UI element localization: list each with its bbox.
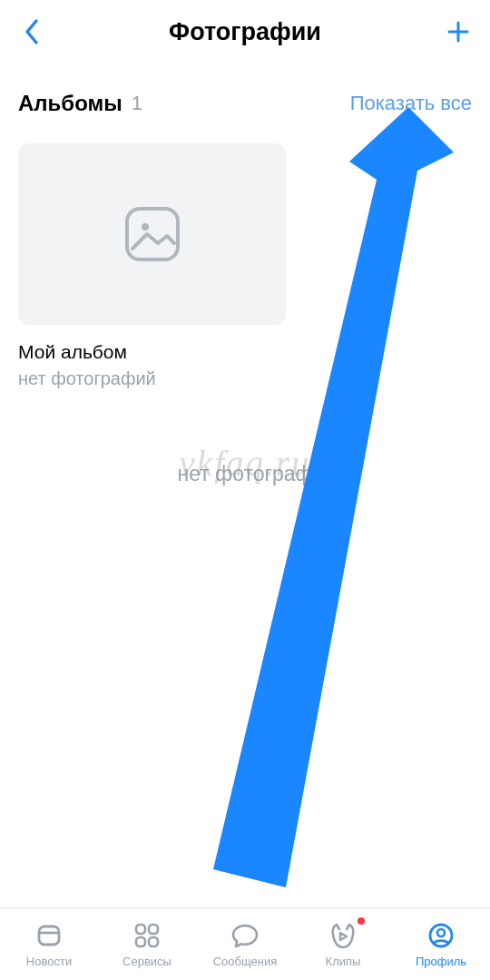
chevron-left-icon bbox=[24, 18, 40, 45]
image-placeholder-icon bbox=[120, 201, 185, 267]
album-name: Мой альбом bbox=[18, 341, 472, 363]
clips-icon bbox=[328, 920, 358, 951]
add-button[interactable] bbox=[445, 18, 472, 45]
messages-icon bbox=[230, 920, 260, 951]
tab-news[interactable]: Новости bbox=[0, 908, 98, 980]
page-title: Фотографии bbox=[169, 18, 321, 46]
back-button[interactable] bbox=[18, 18, 45, 45]
svg-rect-6 bbox=[136, 937, 145, 946]
svg-rect-4 bbox=[136, 925, 145, 934]
svg-point-1 bbox=[142, 223, 149, 230]
empty-state-text: нет фотограф bbox=[0, 462, 490, 486]
tab-label: Новости bbox=[26, 955, 72, 968]
tab-profile[interactable]: Профиль bbox=[392, 908, 490, 980]
svg-rect-5 bbox=[149, 925, 158, 934]
empty-state: нет фотограф bbox=[0, 462, 490, 486]
svg-rect-3 bbox=[39, 926, 59, 945]
tab-clips[interactable]: Клипы bbox=[294, 908, 392, 980]
tab-label: Сервисы bbox=[122, 955, 172, 968]
svg-point-9 bbox=[437, 929, 445, 936]
album-grid: Мой альбом нет фотографий bbox=[0, 125, 490, 407]
header: Фотографии bbox=[0, 0, 490, 64]
notification-dot bbox=[358, 917, 365, 925]
albums-section-header: Альбомы 1 Показать все bbox=[0, 64, 490, 125]
tab-label: Клипы bbox=[326, 955, 361, 968]
news-icon bbox=[34, 920, 64, 951]
tab-services[interactable]: Сервисы bbox=[98, 908, 196, 980]
profile-icon bbox=[426, 920, 456, 951]
album-thumbnail[interactable] bbox=[18, 143, 286, 325]
albums-count: 1 bbox=[132, 92, 142, 115]
album-meta: нет фотографий bbox=[18, 368, 472, 389]
tabbar: Новости Сервисы Сообщения bbox=[0, 907, 490, 980]
services-icon bbox=[132, 920, 162, 951]
svg-rect-0 bbox=[127, 209, 178, 260]
albums-title: Альбомы bbox=[18, 91, 122, 116]
svg-rect-7 bbox=[149, 937, 158, 946]
tab-label: Профиль bbox=[416, 955, 466, 968]
tab-label: Сообщения bbox=[213, 955, 278, 968]
plus-icon bbox=[446, 19, 471, 44]
tab-messages[interactable]: Сообщения bbox=[196, 908, 294, 980]
show-all-link[interactable]: Показать все bbox=[350, 92, 472, 115]
